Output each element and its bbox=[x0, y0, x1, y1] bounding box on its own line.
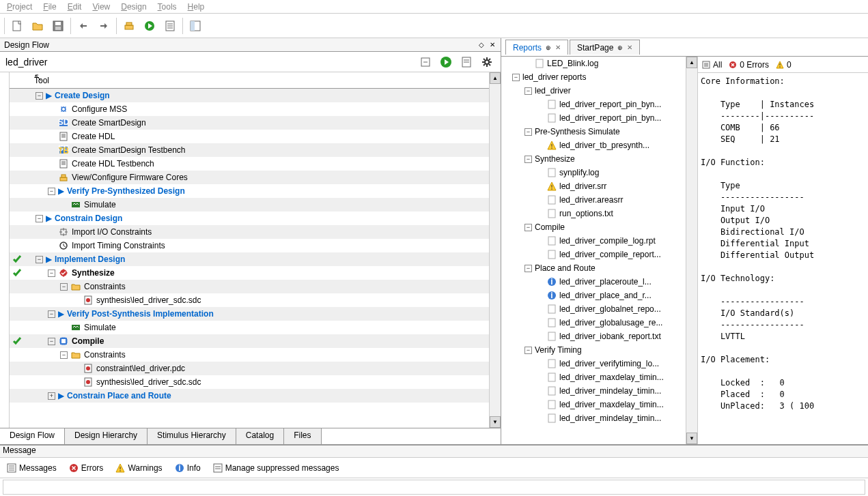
pin-icon[interactable]: ⊕ bbox=[617, 44, 623, 51]
warnings-filter[interactable]: Warnings bbox=[115, 463, 162, 473]
tab-design-flow[interactable]: Design Flow bbox=[0, 428, 65, 444]
filter-warnings[interactable]: 0 bbox=[776, 60, 792, 70]
report-tree-row[interactable]: led_driver_compile_log.rpt bbox=[501, 234, 697, 248]
expander-icon[interactable]: − bbox=[524, 87, 532, 95]
undo-button[interactable] bbox=[74, 16, 93, 35]
menu-tools[interactable]: Tools bbox=[152, 2, 182, 12]
report-tree-row[interactable]: iled_driver_place_and_r... bbox=[501, 289, 697, 302]
tree-scrollbar[interactable]: ▲ ▼ bbox=[489, 72, 501, 428]
report-tree-row[interactable]: led_driver_verifytiming_lo... bbox=[501, 357, 697, 370]
report-tree-row[interactable]: led_driver_tb_presynth... bbox=[501, 138, 697, 152]
report-tree-row[interactable]: led_driver.areasrr bbox=[501, 193, 697, 207]
run-button[interactable] bbox=[140, 16, 159, 35]
design-tree-row[interactable]: SDTBCreate SmartDesign Testbench bbox=[10, 143, 489, 157]
design-tree-row[interactable]: Configure MSS bbox=[10, 102, 489, 116]
design-tree-row[interactable]: −▶Constrain Design bbox=[10, 211, 489, 225]
report-tree-row[interactable]: −Synthesize bbox=[501, 152, 697, 166]
design-tree-row[interactable]: −Constraints bbox=[10, 348, 489, 362]
design-tree-row[interactable]: synthesis\led_driver_sdc.sdc bbox=[10, 375, 489, 389]
design-tree-row[interactable]: SDCreate SmartDesign bbox=[10, 116, 489, 130]
tab-design-hierarchy[interactable]: Design Hierarchy bbox=[65, 428, 148, 444]
messages-filter[interactable]: Messages bbox=[7, 463, 57, 473]
layout-button[interactable] bbox=[186, 16, 205, 35]
report-tree-row[interactable]: run_options.txt bbox=[501, 207, 697, 220]
report-tree-row[interactable]: led_driver.srr bbox=[501, 179, 697, 193]
tab-startpage[interactable]: StartPage⊕✕ bbox=[570, 40, 640, 55]
close-icon[interactable]: ✕ bbox=[555, 44, 561, 51]
design-tree-row[interactable]: −▶Implement Design bbox=[10, 252, 489, 266]
design-tree-row[interactable]: −Compile bbox=[10, 334, 489, 348]
design-tree-row[interactable]: synthesis\led_driver_sdc.sdc bbox=[10, 293, 489, 307]
design-tree-row[interactable]: Import I/O Constraints bbox=[10, 225, 489, 239]
expander-icon[interactable]: − bbox=[524, 224, 532, 231]
menu-file[interactable]: File bbox=[38, 2, 61, 12]
expander-icon[interactable]: − bbox=[60, 351, 68, 359]
expander-icon[interactable]: − bbox=[48, 338, 55, 345]
expander-icon[interactable]: − bbox=[512, 74, 520, 81]
tab-reports[interactable]: Reports⊕✕ bbox=[505, 40, 568, 55]
report-tree-row[interactable]: −Compile bbox=[501, 220, 697, 234]
scroll-up-button[interactable]: ▲ bbox=[490, 72, 501, 84]
scroll-up-button[interactable]: ▲ bbox=[686, 57, 697, 68]
design-tree-row[interactable]: Create HDL bbox=[10, 130, 489, 143]
report-tree-row[interactable]: led_driver_maxdelay_timin... bbox=[501, 398, 697, 411]
report-tree-row[interactable]: −Verify Timing bbox=[501, 343, 697, 357]
report-tree-row[interactable]: led_driver_maxdelay_timin... bbox=[501, 370, 697, 384]
menu-help[interactable]: Help bbox=[182, 2, 210, 12]
errors-filter[interactable]: Errors bbox=[69, 463, 104, 473]
run-flow-button[interactable] bbox=[438, 54, 454, 70]
script-button[interactable] bbox=[160, 16, 180, 35]
scroll-down-button[interactable]: ▼ bbox=[686, 433, 697, 444]
design-tree-row[interactable]: View/Configure Firmware Cores bbox=[10, 171, 489, 184]
design-tree-row[interactable]: −▶Create Design bbox=[10, 89, 489, 102]
expander-icon[interactable]: − bbox=[524, 265, 532, 272]
report-tree-row[interactable]: led_driver_mindelay_timin... bbox=[501, 384, 697, 398]
design-tree-row[interactable]: Create HDL Testbench bbox=[10, 157, 489, 171]
expander-icon[interactable]: − bbox=[524, 347, 532, 354]
report-tree-row[interactable]: led_driver_compile_report... bbox=[501, 248, 697, 261]
tab-files[interactable]: Files bbox=[284, 428, 321, 444]
expander-icon[interactable]: − bbox=[48, 310, 55, 318]
report-tree-row[interactable]: led_driver_mindelay_timin... bbox=[501, 411, 697, 425]
expander-icon[interactable]: − bbox=[36, 92, 43, 100]
report-tree-row[interactable]: led_driver_report_pin_byn... bbox=[501, 98, 697, 111]
close-icon[interactable]: ✕ bbox=[627, 44, 632, 51]
expander-icon[interactable]: + bbox=[48, 392, 55, 400]
tab-stimulus-hierarchy[interactable]: Stimulus Hierarchy bbox=[148, 428, 236, 444]
report-tree-row[interactable]: −led_driver bbox=[501, 84, 697, 98]
expander-icon[interactable]: − bbox=[36, 215, 43, 222]
report-button[interactable] bbox=[458, 54, 475, 70]
expander-icon[interactable]: − bbox=[60, 283, 68, 291]
expander-icon[interactable]: − bbox=[48, 188, 55, 195]
filter-all[interactable]: All bbox=[702, 60, 722, 70]
design-tree-row[interactable]: Simulate bbox=[10, 321, 489, 334]
menu-view[interactable]: View bbox=[87, 2, 115, 12]
catalog-button[interactable] bbox=[120, 16, 139, 35]
design-tree-row[interactable]: −▶Verify Post-Synthesis Implementation bbox=[10, 307, 489, 321]
report-tree-row[interactable]: −Pre-Synthesis Simulate bbox=[501, 125, 697, 138]
close-icon[interactable]: ✕ bbox=[488, 41, 496, 49]
info-filter[interactable]: iInfo bbox=[175, 463, 201, 473]
design-tree-row[interactable]: +▶Constrain Place and Route bbox=[10, 389, 489, 403]
design-tree-row[interactable]: −▶Verify Pre-Synthesized Design bbox=[10, 184, 489, 198]
open-button[interactable] bbox=[28, 16, 47, 35]
menu-design[interactable]: Design bbox=[115, 2, 152, 12]
report-tree-row[interactable]: led_driver_globalnet_repo... bbox=[501, 302, 697, 316]
expander-icon[interactable]: − bbox=[524, 156, 532, 163]
expander-icon[interactable]: − bbox=[36, 256, 43, 263]
design-tree-row[interactable]: Simulate bbox=[10, 198, 489, 211]
report-tree-row[interactable]: led_driver_iobank_report.txt bbox=[501, 330, 697, 343]
menu-edit[interactable]: Edit bbox=[62, 2, 87, 12]
report-tree-row[interactable]: led_driver_report_pin_byn... bbox=[501, 111, 697, 125]
report-tree-row[interactable]: LED_Blink.log bbox=[501, 57, 697, 70]
reports-scrollbar[interactable]: ▲ ▼ bbox=[686, 57, 697, 444]
pin-icon[interactable]: ⊕ bbox=[546, 44, 551, 51]
report-tree-row[interactable]: synplify.log bbox=[501, 166, 697, 179]
expander-icon[interactable]: − bbox=[48, 269, 55, 277]
tab-catalog[interactable]: Catalog bbox=[236, 428, 284, 444]
report-tree-row[interactable]: led_driver_globalusage_re... bbox=[501, 316, 697, 330]
redo-button[interactable] bbox=[94, 16, 113, 35]
report-tree-row[interactable]: −Place and Route bbox=[501, 261, 697, 275]
design-tree-row[interactable]: constraint\led_driver.pdc bbox=[10, 362, 489, 375]
expander-icon[interactable]: − bbox=[524, 128, 532, 136]
